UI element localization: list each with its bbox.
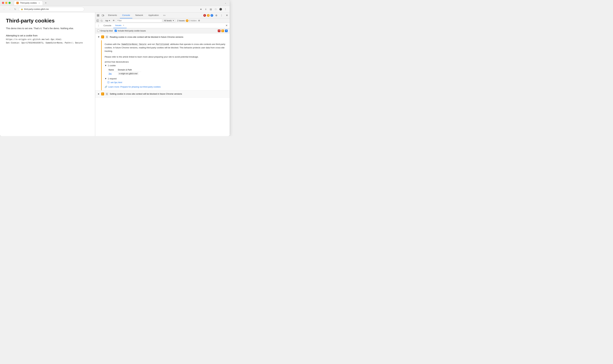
request-link-label: set-3pc.html (111, 81, 122, 84)
issue-2-expand-icon[interactable]: ▶ (98, 93, 100, 95)
learn-more-label: Learn more: Prepare for phasing out thir… (108, 86, 160, 88)
profile-icon[interactable]: ⚫ (218, 7, 223, 11)
sidebar-toggle-icon[interactable] (96, 19, 100, 23)
levels-label: All levels (164, 20, 172, 22)
minimize-window-button[interactable] (5, 2, 7, 4)
learn-more-link[interactable]: 🔗 Learn more: Prepare for phasing out th… (105, 86, 227, 88)
maximize-window-button[interactable] (9, 2, 11, 4)
issue-1-count: 1 (105, 35, 108, 38)
warning-count: 2 (207, 14, 209, 17)
context-label: top (105, 20, 108, 22)
main-area: Third-party cookies This demo tries to s… (0, 13, 230, 136)
issues-options-bar: Group by kind Include third-party cookie… (95, 28, 230, 33)
extension-puzzle-icon[interactable]: ▤ (209, 7, 213, 11)
issues-tab-close[interactable]: ✕ (122, 24, 125, 26)
context-selector[interactable]: top ▼ (104, 19, 111, 22)
inner-tab-console[interactable]: Console (102, 23, 113, 28)
cookie-code: https://x-origin-src.glitch.me/set-3pc.h… (6, 38, 89, 45)
issue-1-expand-icon[interactable]: ▶ (98, 36, 100, 38)
issues-info-badge: 0 (225, 29, 228, 32)
svg-rect-4 (102, 14, 103, 16)
settings-gear-icon[interactable]: ⚙ (214, 13, 218, 18)
group-by-kind-checkbox-label[interactable]: Group by kind (97, 30, 113, 32)
affected-resources-section: AFFECTED RESOURCES ▼ 1 cookie (105, 61, 227, 84)
hidden-label: 3 hidden (189, 20, 197, 22)
device-toolbar-icon[interactable] (101, 13, 105, 18)
request-link[interactable]: ☀ set-3pc.html (107, 81, 227, 84)
live-expression-icon[interactable]: 👁 (112, 19, 116, 23)
panel-menu-icon[interactable]: ⋮ (97, 24, 100, 27)
cookie-domain: x-origin-src.glitch.me/ (118, 72, 139, 75)
devtools-panel: Elements Console Network Application >> … (95, 13, 230, 136)
console-settings-icon[interactable]: ⚙ (197, 19, 201, 23)
browser-window: T Third-party cookies ✕ + ⌄ ← → ↻ 🔒 thir… (0, 0, 230, 136)
svg-rect-3 (98, 16, 99, 16)
forward-button[interactable]: → (8, 7, 12, 11)
request-group-label: 1 request (108, 78, 117, 80)
devtools-more-button[interactable]: ⋮ (220, 13, 224, 18)
cookie-group-label: 1 cookie (108, 64, 116, 67)
address-bar[interactable]: 🔒 third-party-cookies.glitch.me (19, 7, 84, 12)
filter-input[interactable] (116, 19, 162, 22)
nav-actions: ★ ⇓ ▤ □ ⚫ ⋮ (199, 7, 228, 11)
tab-close-button[interactable]: ✕ (38, 2, 40, 4)
console-bar: ⃠ top ▼ 👁 All levels ▼ 2 Issues: 2 3 hid… (95, 18, 230, 23)
more-tabs-button[interactable]: >> (162, 14, 167, 17)
third-party-checkbox-label[interactable]: Include third-party cookie issues (115, 30, 146, 32)
cookie-value: Set-Cookie: 3pc=1703240163971; SameSite=… (6, 42, 83, 44)
code-samesite: SameSite=None; Secure (121, 43, 147, 46)
error-badge: 1 (203, 14, 206, 17)
issue-item-2: ▶ ! 1 Setting cookie in cross-site conte… (95, 91, 230, 98)
tab-elements[interactable]: Elements (106, 13, 119, 18)
devtools-icon[interactable]: □ (213, 7, 218, 11)
more-menu-button[interactable]: ⋮ (223, 7, 228, 11)
back-button[interactable]: ← (2, 7, 6, 11)
devtools-toolbar: Elements Console Network Application >> … (95, 13, 230, 18)
inner-tab-issues[interactable]: Issues ✕ (113, 23, 127, 28)
title-bar: T Third-party cookies ✕ + ⌄ (0, 0, 230, 6)
bookmark-star-icon[interactable]: ★ (199, 7, 203, 11)
cookie-group-expand-icon: ▼ (105, 64, 107, 67)
cookie-info: Attempting to set a cookie from https://… (6, 34, 89, 45)
minimize-browser-button[interactable]: ⌄ (223, 1, 228, 5)
third-party-checkbox[interactable] (115, 30, 117, 32)
issue-2-header[interactable]: ▶ ! 1 Setting cookie in cross-site conte… (95, 91, 230, 97)
nav-bar: ← → ↻ 🔒 third-party-cookies.glitch.me ★ … (0, 6, 230, 13)
code-partitioned: Partitioned (155, 43, 170, 46)
issue-1-title: Reading cookie in cross-site context wil… (110, 36, 227, 38)
issues-list: ▶ ! 1 Reading cookie in cross-site conte… (95, 33, 230, 136)
cookie-name-link[interactable]: 3pc (109, 72, 112, 75)
reload-button[interactable]: ↻ (13, 7, 17, 11)
issues-counter: 2 Issues: 2 3 hidden (177, 19, 197, 22)
tab-console[interactable]: Console (120, 13, 132, 18)
cookie-group-header[interactable]: ▼ 1 cookie (105, 64, 227, 67)
group-by-kind-checkbox[interactable] (97, 30, 99, 32)
close-window-button[interactable] (2, 2, 4, 4)
tab-favicon: T (16, 2, 19, 4)
inspector-icon[interactable] (96, 13, 100, 18)
page-description: This demo tries to set one. That's it. T… (6, 27, 89, 30)
page-title: Third-party cookies (6, 18, 89, 24)
devtools-close-button[interactable]: ✕ (225, 13, 229, 18)
issue-item-1: ▶ ! 1 Reading cookie in cross-site conte… (95, 33, 230, 91)
download-icon[interactable]: ⇓ (204, 7, 208, 11)
request-group-header[interactable]: ▼ 1 request (105, 78, 227, 80)
new-tab-button[interactable]: + (44, 1, 48, 5)
issue-1-header[interactable]: ▶ ! 1 Reading cookie in cross-site conte… (95, 33, 230, 40)
external-link-icon: 🔗 (105, 86, 107, 88)
log-levels-selector[interactable]: All levels ▼ (163, 19, 175, 22)
browser-tab[interactable]: T Third-party cookies ✕ (14, 1, 43, 5)
col-name-header: Name (107, 68, 117, 72)
clear-console-icon[interactable]: ⃠ (100, 19, 104, 23)
cookie-resource-group: ▼ 1 cookie Name Domain & Path (105, 64, 227, 75)
tab-application[interactable]: Application (146, 13, 161, 18)
inner-tab-bar: ⋮ Console Issues ✕ ✕ (95, 23, 230, 28)
tab-network[interactable]: Network (133, 13, 145, 18)
issues-text: 2 Issues: (177, 20, 185, 22)
request-group-expand-icon: ▼ (105, 78, 107, 80)
info-badge: 2 (210, 14, 213, 17)
tab-bar: T Third-party cookies ✕ + (14, 1, 222, 5)
issue-1-warning-icon: ! (101, 35, 104, 38)
traffic-lights (2, 2, 11, 4)
inner-panel-close-button[interactable]: ✕ (225, 24, 228, 27)
